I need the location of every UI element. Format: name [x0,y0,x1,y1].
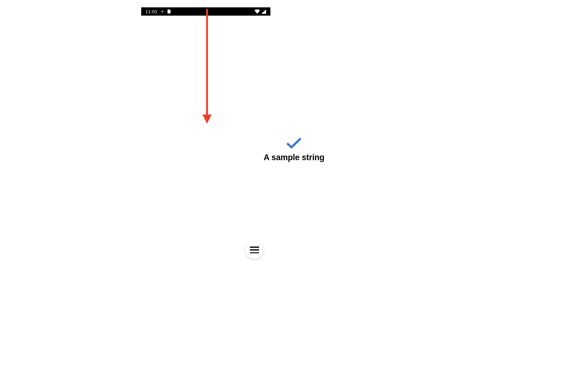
check-icon [286,137,302,149]
sim-card-icon [168,9,171,13]
gear-icon [160,9,165,14]
sample-message-text: A sample string [264,153,325,162]
arrow-line [206,9,208,116]
status-bar-left: 11:01 [145,9,171,14]
status-bar-right [254,9,266,14]
arrow-head-icon [202,115,212,124]
svg-point-0 [162,11,163,12]
wifi-icon [254,9,260,14]
hamburger-menu-icon [250,247,259,253]
status-time: 11:01 [145,9,157,14]
swipe-down-arrow-annotation [204,9,210,123]
cellular-signal-icon [261,9,266,14]
menu-fab-button[interactable] [245,241,264,259]
content-center: A sample string [264,137,325,162]
